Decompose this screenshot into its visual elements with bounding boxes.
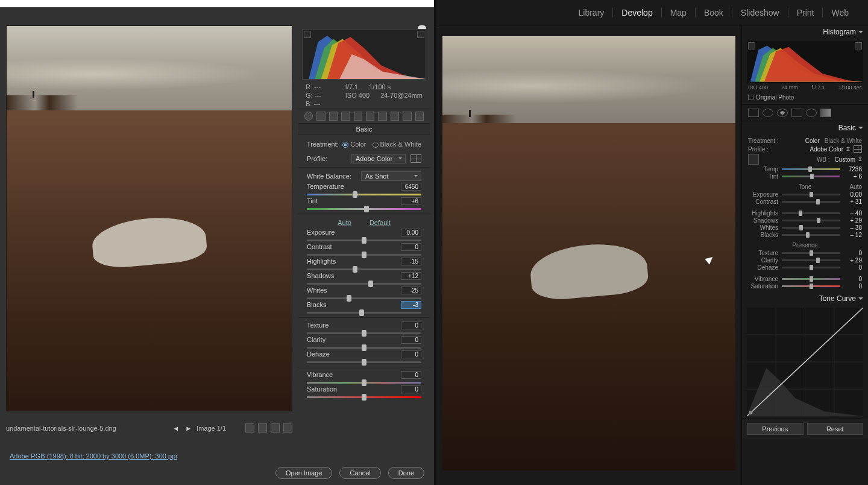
lr-highlight-clip-icon[interactable] <box>855 42 862 49</box>
wb-dropdown[interactable]: As Shot <box>361 171 421 181</box>
shadows-slider[interactable]: Shadows+12 <box>307 272 421 285</box>
nav-print[interactable]: Print <box>788 8 823 17</box>
vibrance-slider[interactable]: Vibrance0 <box>307 371 421 384</box>
histogram[interactable] <box>302 29 426 80</box>
texture-slider[interactable]: Texture0 <box>307 322 421 334</box>
nav-map[interactable]: Map <box>662 8 696 17</box>
tone-curve-header[interactable]: Tone Curve <box>742 292 868 305</box>
open-image-button[interactable]: Open Image <box>275 467 333 479</box>
profile-dropdown[interactable]: Adobe Color <box>351 154 406 163</box>
rate-icon[interactable] <box>245 423 254 433</box>
highlights-slider[interactable]: Highlights-15 <box>307 258 421 270</box>
module-nav: Library Develop Map Book Slideshow Print… <box>436 0 868 25</box>
shadow-clip-icon[interactable] <box>304 31 311 38</box>
cancel-button[interactable]: Cancel <box>339 467 380 479</box>
acr-toolbar <box>298 109 430 124</box>
default-link[interactable]: Default <box>370 219 391 226</box>
tool-lens-icon[interactable] <box>366 112 374 121</box>
lr-histogram[interactable] <box>747 41 863 83</box>
workflow-link[interactable]: Adobe RGB (1998); 8 bit; 2000 by 3000 (6… <box>10 452 177 460</box>
tool-fx-icon[interactable] <box>378 112 386 121</box>
radial-tool-icon[interactable] <box>806 109 817 117</box>
tool-calib-icon[interactable] <box>391 112 399 121</box>
done-button[interactable]: Done <box>388 467 424 479</box>
redeye-tool-icon[interactable] <box>777 109 788 117</box>
titlebar-stub <box>0 0 434 7</box>
nav-book[interactable]: Book <box>696 8 732 17</box>
lr-vibrance-slider[interactable]: Vibrance0 <box>748 276 862 282</box>
grad-tool-icon[interactable] <box>791 109 802 117</box>
profile-browser-icon[interactable] <box>410 154 421 163</box>
auto-link[interactable]: Auto <box>338 219 351 226</box>
lr-dehaze-slider[interactable]: Dehaze0 <box>748 264 862 271</box>
tool-hsl-icon[interactable] <box>341 112 350 121</box>
tool-curve-icon[interactable] <box>316 112 325 121</box>
lr-exposure-slider[interactable]: Exposure0.00 <box>748 191 862 198</box>
brush-tool-icon[interactable] <box>820 109 831 117</box>
next-image-button[interactable]: ► <box>184 425 193 432</box>
treatment-color-radio[interactable]: Color <box>342 141 366 148</box>
tab-basic[interactable]: Basic <box>298 124 430 135</box>
wb-eyedropper-icon[interactable] <box>748 154 759 165</box>
original-photo-toggle[interactable]: Original Photo <box>742 93 868 104</box>
highlight-clip-icon[interactable] <box>417 31 424 38</box>
tint-slider[interactable]: Tint+6 <box>307 197 421 210</box>
tool-basic-icon[interactable] <box>304 112 313 121</box>
nav-develop[interactable]: Develop <box>613 8 661 17</box>
lr-clarity-slider[interactable]: Clarity+ 29 <box>748 257 862 264</box>
lr-contrast-slider[interactable]: Contrast+ 31 <box>748 198 862 205</box>
treatment-label: Treatment: <box>307 141 339 148</box>
dehaze-slider[interactable]: Dehaze0 <box>307 350 421 363</box>
treatment-bw-radio[interactable]: Black & White <box>373 141 421 148</box>
develop-panel: Histogram ISO 40024 mmf / 7.11/100 sec O… <box>741 25 868 485</box>
filename: undamental-tutorials-slr-lounge-5.dng <box>6 425 116 432</box>
tone-curve-chart[interactable] <box>747 308 863 416</box>
lr-preview-image[interactable] <box>442 36 735 471</box>
tool-snapshots-icon[interactable] <box>415 112 424 121</box>
contrast-slider[interactable]: Contrast0 <box>307 243 421 256</box>
prefs-icon[interactable] <box>283 423 292 433</box>
acr-window: undamental-tutorials-slr-lounge-5.dng ◄ … <box>0 0 434 485</box>
clarity-slider[interactable]: Clarity0 <box>307 336 421 349</box>
prev-image-button[interactable]: ◄ <box>171 425 180 432</box>
lr-saturation-slider[interactable]: Saturation0 <box>748 283 862 290</box>
lr-exif: ISO 40024 mmf / 7.11/100 sec <box>742 84 868 93</box>
tool-detail-icon[interactable] <box>329 112 338 121</box>
exposure-slider[interactable]: Exposure0.00 <box>307 229 421 241</box>
lr-highlights-slider[interactable]: Highlights– 40 <box>748 210 862 217</box>
lr-texture-slider[interactable]: Texture0 <box>748 250 862 256</box>
nav-web[interactable]: Web <box>823 8 857 17</box>
lr-blacks-slider[interactable]: Blacks– 12 <box>748 232 862 238</box>
saturation-slider[interactable]: Saturation0 <box>307 385 421 398</box>
mark-icon[interactable] <box>271 423 280 433</box>
lr-wb-dropdown[interactable]: Custom <box>835 156 862 163</box>
blacks-slider[interactable]: Blacks-3 <box>307 301 421 314</box>
acr-preview-image[interactable] <box>6 25 292 411</box>
lr-auto-button[interactable]: Auto <box>849 183 862 190</box>
lr-color-radio[interactable]: Color <box>805 138 820 144</box>
svg-point-8 <box>749 411 752 414</box>
temperature-slider[interactable]: Temperature6450 <box>307 183 421 195</box>
basic-header[interactable]: Basic <box>742 121 868 135</box>
lr-shadows-slider[interactable]: Shadows+ 29 <box>748 217 862 224</box>
tool-presets-icon[interactable] <box>403 112 411 121</box>
reset-button[interactable]: Reset <box>807 423 864 435</box>
lr-bw-radio[interactable]: Black & White <box>825 138 862 144</box>
lr-profile-browser-icon[interactable] <box>854 145 862 153</box>
lr-shadow-clip-icon[interactable] <box>748 42 755 49</box>
spot-tool-icon[interactable] <box>763 109 773 117</box>
tool-split-icon[interactable] <box>354 112 362 121</box>
previous-button[interactable]: Previous <box>747 423 804 435</box>
histogram-header[interactable]: Histogram <box>742 25 868 39</box>
lr-whites-slider[interactable]: Whites– 38 <box>748 224 862 231</box>
nav-slideshow[interactable]: Slideshow <box>732 8 788 17</box>
crop-tool-icon[interactable] <box>748 109 759 117</box>
lr-tint-slider[interactable]: Tint+ 6 <box>748 173 862 180</box>
label-icon[interactable] <box>258 423 267 433</box>
lr-temp-slider[interactable]: Temp7238 <box>748 166 862 173</box>
image-counter: Image 1/1 <box>197 425 226 432</box>
lr-profile-dropdown[interactable]: Adobe Color <box>810 146 850 153</box>
nav-library[interactable]: Library <box>570 8 614 17</box>
whites-slider[interactable]: Whites-25 <box>307 287 421 299</box>
profile-label: Profile: <box>307 155 327 162</box>
